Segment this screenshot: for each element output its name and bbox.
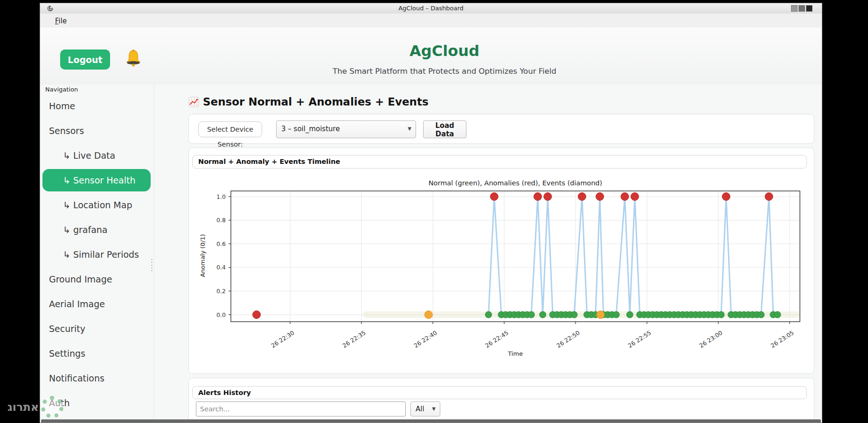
sidebar-item-grafana[interactable]: ↳ grafana (42, 218, 151, 242)
splitter-handle[interactable] (151, 258, 153, 272)
header: Logout AgCloud The Smart Platform that P… (40, 28, 822, 85)
load-data-button[interactable]: Load Data (423, 120, 466, 138)
chart-increasing-icon (188, 97, 199, 107)
window-title: AgCloud – Dashboard (40, 5, 822, 12)
sidebar-item-sensor-health[interactable]: ↳ Sensor Health (42, 169, 151, 191)
page-title: Sensor Normal + Anomalies + Events (203, 96, 429, 108)
timeline-panel-label: Normal + Anomaly + Events Timeline (192, 155, 807, 169)
svg-text:26 22:40: 26 22:40 (413, 329, 438, 349)
device-sensor-dropdown[interactable]: 3 – soil_moisture ▼ (276, 120, 416, 138)
minimize-button[interactable] (791, 5, 798, 12)
watermark-ring-logo (41, 396, 63, 418)
chevron-down-icon: ▼ (432, 406, 436, 411)
svg-text:26 22:30: 26 22:30 (270, 329, 296, 349)
svg-text:0.8: 0.8 (216, 217, 226, 224)
alerts-history-label: Alerts History (192, 386, 807, 399)
svg-text:0.0: 0.0 (216, 311, 226, 318)
svg-text:Time: Time (507, 350, 523, 357)
sidebar-divider (154, 85, 154, 423)
device-sensor-value: 3 – soil_moisture (281, 125, 340, 133)
sensor-select-panel: Select Device Sensor: 3 – soil_moisture … (188, 114, 814, 144)
alerts-filter-dropdown[interactable]: All ▼ (410, 402, 440, 416)
screen: AgCloud – Dashboard File Logout AgCloud … (0, 0, 868, 423)
watermark: אתרוג (5, 395, 65, 419)
menubar: File (40, 14, 822, 28)
watermark-text: אתרוג (7, 401, 39, 414)
sidebar-heading: Navigation (45, 86, 78, 93)
svg-text:0.2: 0.2 (216, 288, 226, 295)
sidebar: HomeSensors↳ Live Data↳ Sensor Health↳ L… (42, 94, 151, 416)
menu-file[interactable]: File (52, 16, 69, 26)
sidebar-item-settings[interactable]: Settings (42, 341, 151, 366)
timeline-chart: Normal (green), Anomalies (red), Events … (189, 148, 815, 374)
svg-text:26 22:35: 26 22:35 (341, 329, 367, 349)
timeline-panel: Normal (green), Anomalies (red), Events … (188, 148, 814, 374)
sidebar-item-notifications[interactable]: Notifications (42, 366, 151, 391)
maximize-button[interactable] (799, 5, 805, 12)
sidebar-item-live-data[interactable]: ↳ Live Data (42, 143, 151, 168)
page-title-row: Sensor Normal + Anomalies + Events (188, 96, 815, 110)
sidebar-item-aerial-image[interactable]: Aerial Image (42, 292, 151, 317)
svg-text:26 22:50: 26 22:50 (556, 329, 581, 349)
sidebar-item-ground-image[interactable]: Ground Image (42, 267, 151, 292)
chevron-down-icon: ▼ (408, 126, 411, 131)
svg-text:26 22:45: 26 22:45 (484, 329, 510, 349)
svg-text:26 23:00: 26 23:00 (698, 329, 724, 349)
svg-text:0.6: 0.6 (216, 240, 226, 247)
horizontal-scrollbar[interactable] (41, 419, 821, 423)
sidebar-item-sensors[interactable]: Sensors (42, 119, 151, 143)
svg-text:0.4: 0.4 (216, 264, 226, 271)
sidebar-item-security[interactable]: Security (42, 317, 151, 341)
titlebar[interactable]: AgCloud – Dashboard (40, 3, 822, 14)
svg-text:Anomaly (0/1): Anomaly (0/1) (199, 234, 206, 277)
app-window: AgCloud – Dashboard File Logout AgCloud … (40, 3, 822, 423)
sidebar-item-similar-periods[interactable]: ↳ Similar Periods (42, 242, 151, 267)
alerts-history-panel: Alerts History All ▼ (188, 378, 814, 423)
close-button[interactable] (806, 5, 812, 12)
app-title: AgCloud (40, 42, 822, 60)
svg-text:1.0: 1.0 (216, 193, 226, 200)
alerts-search-input[interactable] (196, 402, 406, 416)
sidebar-item-location-map[interactable]: ↳ Location Map (42, 193, 151, 218)
select-device-sensor-label: Select Device Sensor: (198, 121, 262, 137)
svg-text:26 22:55: 26 22:55 (627, 329, 653, 349)
svg-text:26 23:05: 26 23:05 (770, 329, 795, 349)
alerts-filter-value: All (416, 405, 424, 413)
app-subtitle: The Smart Platform that Protects and Opt… (40, 67, 822, 76)
svg-text:Normal (green), Anomalies (red: Normal (green), Anomalies (red), Events … (429, 179, 602, 187)
sidebar-item-home[interactable]: Home (42, 94, 151, 119)
